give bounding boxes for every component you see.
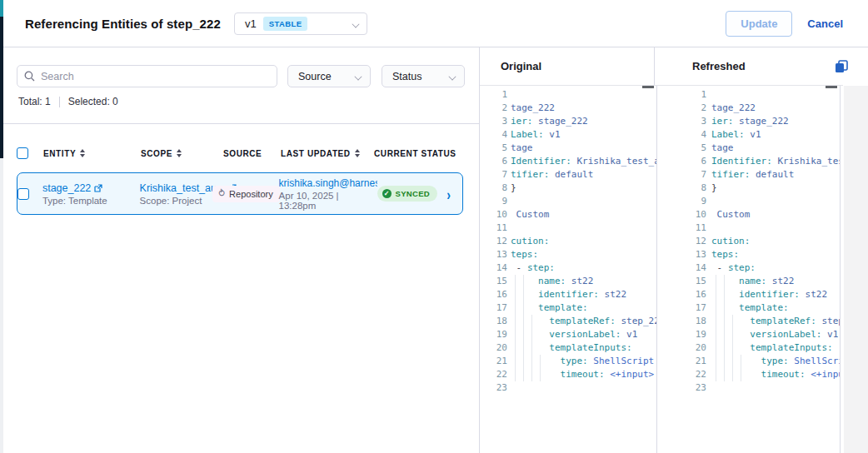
line-number: 18 — [480, 315, 507, 328]
page-title: Referencing Entities of step_222 — [25, 17, 221, 31]
indent-guide — [724, 275, 725, 288]
source-filter[interactable]: Source — [287, 65, 371, 87]
code-line: 10 Custom — [658, 208, 840, 222]
line-number: 7 — [658, 168, 706, 182]
indent-guide — [515, 355, 516, 368]
indent-guide — [523, 315, 524, 328]
refreshed-panel-title: Refreshed — [692, 60, 746, 72]
indent-guide — [515, 315, 516, 328]
line-number: 19 — [658, 328, 706, 341]
updated-by: krishika.singh@harnes... — [279, 177, 377, 189]
cancel-button[interactable]: Cancel — [807, 17, 843, 30]
code-line: 12cution: — [658, 235, 840, 248]
code-line: 8} — [658, 182, 840, 195]
external-link-icon — [94, 184, 102, 192]
column-header-entity[interactable]: ENTITY — [43, 149, 141, 158]
code-line: 2tage_222 — [480, 102, 656, 115]
line-number: 1 — [658, 88, 706, 102]
scope-link[interactable]: Krishika_test_au... — [140, 182, 212, 194]
indent-guide — [515, 328, 516, 341]
drawer-header: Referencing Entities of step_222 v1 STAB… — [3, 0, 868, 47]
code-line: 19 versionLabel: v1 — [658, 328, 840, 341]
chevron-right-icon[interactable]: › — [446, 185, 451, 202]
indent-guide — [523, 368, 524, 381]
line-number: 14 — [658, 261, 706, 275]
code-line: 16 identifier: st22 — [480, 288, 656, 301]
total-count: Total: 1 — [18, 96, 51, 107]
line-number: 3 — [658, 115, 706, 128]
line-number: 1 — [480, 88, 507, 102]
code-line: 11 — [480, 222, 656, 235]
refreshed-code-panel: 12tage_2223ier: stage_2224Label: v15tage… — [658, 86, 841, 453]
line-number: 6 — [658, 155, 706, 168]
code-line: 11 — [658, 222, 840, 235]
yaml-diff-pane: Original Refreshed 12tage_2223ier: stage… — [479, 47, 868, 453]
code-line: 16 identifier: st22 — [658, 288, 840, 301]
indent-guide — [531, 368, 532, 381]
code-line: 4Label: v1 — [480, 128, 656, 142]
line-number: 17 — [480, 301, 507, 315]
source-badge: ⥁ Repository — [212, 186, 280, 202]
version-selector[interactable]: v1 STABLE — [234, 12, 367, 35]
line-number: 20 — [480, 341, 507, 355]
line-number: 10 — [658, 208, 706, 222]
line-number: 16 — [480, 288, 507, 301]
table-row[interactable]: stage_222 Type: Template Krishika_test_a… — [17, 172, 463, 215]
indent-guide — [732, 341, 733, 355]
copy-icon[interactable] — [833, 58, 850, 75]
update-button[interactable]: Update — [726, 11, 792, 37]
line-number: 20 — [658, 341, 706, 355]
code-line: 22 timeout: <+input> — [480, 368, 656, 381]
chevron-down-icon — [355, 72, 362, 80]
original-panel-title: Original — [501, 60, 541, 72]
search-box[interactable] — [17, 65, 277, 87]
indent-guide — [716, 301, 716, 315]
sort-icon — [80, 149, 85, 157]
line-number: 10 — [480, 208, 507, 222]
status-filter[interactable]: Status — [382, 65, 465, 87]
column-header-current-status: CURRENT STATUS — [374, 149, 456, 158]
code-line: 3ier: stage_222 — [480, 115, 656, 128]
code-line: 7tifier: default — [658, 168, 840, 182]
source-filter-label: Source — [298, 71, 332, 82]
version-value: v1 — [245, 17, 257, 30]
indent-guide — [515, 301, 516, 315]
row-checkbox[interactable] — [17, 188, 29, 200]
indent-guide — [716, 328, 716, 341]
select-all-checkbox[interactable] — [17, 147, 28, 159]
code-line: 1 — [480, 88, 656, 102]
indent-guide — [732, 315, 733, 328]
indent-guide — [716, 275, 716, 288]
code-line: 10 Custom — [480, 208, 656, 222]
code-line: 21 type: ShellScript — [658, 355, 840, 368]
indent-guide — [523, 355, 524, 368]
check-icon: ✓ — [382, 189, 392, 198]
diff-panel-headers: Original Refreshed — [480, 47, 843, 86]
code-line: 14 - step: — [480, 261, 656, 275]
indent-guide — [724, 341, 725, 355]
line-number: 13 — [658, 248, 706, 261]
line-number: 14 — [480, 261, 507, 275]
line-number: 8 — [480, 182, 507, 195]
code-line: 7tifier: default — [480, 168, 656, 182]
indent-guide — [732, 355, 733, 368]
indent-guide — [515, 288, 516, 301]
original-code-lines: 12tage_2223ier: stage_2224Label: v15tage… — [480, 88, 656, 395]
indent-guide — [531, 355, 532, 368]
indent-guide — [741, 355, 741, 368]
chevron-down-icon — [352, 20, 360, 27]
code-line: 22 timeout: <+input> — [658, 368, 840, 381]
column-header-scope[interactable]: SCOPE — [141, 149, 223, 158]
code-line: 3ier: stage_222 — [658, 115, 840, 128]
search-input[interactable] — [41, 71, 270, 82]
line-number: 11 — [658, 222, 706, 235]
code-line: 20 templateInputs: — [480, 341, 656, 355]
column-header-last-updated[interactable]: LAST UPDATED — [281, 149, 374, 158]
entity-link[interactable]: stage_222 — [42, 182, 140, 194]
code-line: 9 — [480, 195, 656, 208]
section-divider — [3, 123, 479, 124]
line-number: 22 — [658, 368, 706, 381]
indent-guide — [741, 368, 741, 381]
indent-guide — [724, 368, 725, 381]
entities-pane: Source Status Total: 1 Selected: 0 ENTIT… — [3, 47, 479, 453]
